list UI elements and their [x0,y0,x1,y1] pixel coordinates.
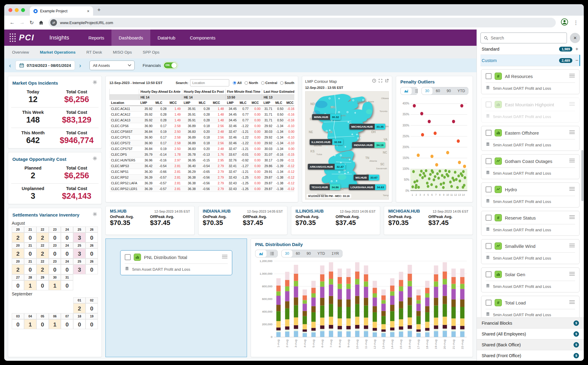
period-button-30[interactable]: 30 [282,250,292,257]
list-view-button[interactable] [412,87,418,95]
calendar-day-cell[interactable]: 29 [36,274,49,280]
calendar-variance-cell[interactable]: 0 [49,232,61,242]
table-row[interactable]: CLEC.DPS35.79-0.141.7835.78-0.131.7633.6… [110,152,295,158]
drag-handle-icon[interactable] [569,102,575,107]
calendar-variance-cell[interactable]: 0 [12,319,24,329]
drag-handle-icon[interactable] [569,272,575,277]
calendar-day-cell[interactable]: 22 [36,258,49,264]
calendar-variance-cell[interactable]: 0 [61,232,73,242]
calendar-day-cell[interactable]: 20 [12,258,24,264]
close-window-button[interactable] [8,8,12,12]
table-row[interactable]: CLEC.CPS636.900.172.5836.890.182.5632.46… [110,123,295,129]
map-hub-label[interactable]: ILLINOIS.HUB32.59 [310,139,343,145]
widget-checkbox[interactable] [125,254,131,260]
map-hub-label[interactable]: MINN.HUB30.32 [312,114,341,120]
calendar-variance-cell[interactable]: 1 [24,280,36,290]
widget-card-hydro[interactable]: Hydro5min Asset DART Profit and Loss [481,182,580,207]
calendar-day-cell[interactable]: 01 [73,297,86,303]
penalty-outliers-chart[interactable]: 0%50%100%150%200%250%300%350%400%1234567… [400,96,468,199]
calendar-variance-cell[interactable]: 2 [12,248,24,258]
period-button-90[interactable]: 90 [303,250,314,257]
calendar-day-cell[interactable]: 23 [49,242,61,248]
share-icon[interactable] [385,79,389,84]
tab-market-operations[interactable]: Market Operations [40,50,76,55]
period-button-60[interactable]: 60 [433,87,443,95]
drag-handle-icon[interactable] [569,187,575,192]
group-row-shared-all-employees-[interactable]: Shared (All Employees)9 [477,328,584,339]
section-header-standard[interactable]: Standard1,989+ [480,43,580,55]
nav-item-reports[interactable]: Reports [81,30,112,46]
calendar-day-cell[interactable]: 27 [12,274,24,280]
calendar-day-cell[interactable]: 31 [61,274,73,280]
address-field[interactable]: ⇄ www.ExampleProjectURL.com [48,18,556,27]
back-icon[interactable]: ← [10,20,15,26]
calendar-variance-cell[interactable]: 0 [86,303,98,313]
close-panel-button[interactable]: × [570,33,580,43]
calendar-variance-cell[interactable]: 0 [86,319,98,329]
section-header-custom[interactable]: Custom2,489− [480,55,580,66]
widget-card-eastern-offshore[interactable]: Eastern Offshore5min Asset DART Profit a… [481,126,580,151]
table-row[interactable]: CLEC.ACA1135.920.281.4935.910.281.4834.4… [110,106,295,112]
calendar-variance-cell[interactable]: 0 [49,248,61,258]
drag-handle-icon[interactable] [222,254,228,260]
widget-checkbox[interactable] [486,130,492,136]
date-next-icon[interactable]: › [78,62,83,69]
widget-drop-zone[interactable]: PNL Distribution Total 5min Asset DART P… [105,239,247,357]
calendar-day-cell[interactable]: 21 [24,242,36,248]
calendar-variance-cell[interactable]: 0 [36,319,49,329]
sidebar-scrollbar[interactable] [581,150,583,201]
table-row[interactable]: CLEC.NPS136.30-0.662.8136.29-0.652.7932.… [110,169,295,175]
calendar-day-cell[interactable]: 26 [86,258,98,264]
fullscreen-icon[interactable] [378,79,383,84]
minimize-window-button[interactable] [15,8,19,12]
calendar-variance-cell[interactable]: 0 [61,248,73,258]
calendar-day-cell[interactable]: 30 [49,274,61,280]
table-row[interactable]: CLEC.ACA1235.920.281.4935.910.281.4834.4… [110,112,295,117]
calendar-variance-cell[interactable]: 0 [73,319,86,329]
period-button-ytd[interactable]: YTD [314,250,328,257]
calendar-day-cell[interactable]: 25 [73,242,86,248]
widget-checkbox[interactable] [486,186,492,192]
asset-select[interactable]: All Assets [89,61,135,70]
calendar-variance-cell[interactable]: 2 [12,232,24,242]
pci-logo[interactable]: PCI [4,30,42,46]
widget-card-solar-gen[interactable]: Solar Gen5min Asset DART Profit and Loss [481,267,580,292]
drag-handle-icon[interactable] [569,215,575,220]
calendar-variance-cell[interactable]: 0 [12,280,24,290]
calendar-variance-cell[interactable]: 0 [61,319,73,329]
table-row[interactable]: CLEC.CPS7236.900.172.5836.890.182.5632.4… [110,140,295,146]
forward-icon[interactable]: → [20,20,25,26]
reload-icon[interactable]: ↻ [30,20,34,26]
widget-checkbox[interactable] [486,158,492,164]
map-hub-label[interactable]: INDIANA.HUB34.19 [352,142,386,148]
financials-toggle[interactable]: ON [163,62,178,69]
map-hub-label[interactable]: ARKANSAS.HUB32.47 [308,164,346,170]
drag-handle-icon[interactable] [569,73,575,79]
widget-checkbox[interactable] [486,271,492,277]
calendar-day-cell[interactable]: 23 [49,226,61,232]
tab-miso-ops[interactable]: MISO Ops [113,50,132,55]
table-row[interactable]: CLEC.HUNTER536.96-0.162.9736.95-0.152.95… [110,158,295,163]
tab-spp-ops[interactable]: SPP Ops [143,50,159,55]
table-row[interactable]: CLEC.CPS7136.900.172.5836.890.182.5632.4… [110,135,295,140]
calendar-day-cell[interactable]: 22 [36,242,49,248]
browser-menu-icon[interactable]: ⋮ [573,20,578,26]
calendar-variance-cell[interactable]: 0 [86,248,98,258]
pnl-daily-chart[interactable]: 0200,000400,000600,000800,0001,000,0001,… [255,259,468,354]
period-button-ytd[interactable]: YTD [454,87,468,95]
calendar-variance-cell[interactable]: 2 [36,232,49,242]
date-range-picker[interactable]: 07/24/2023 - 08/01/2024 [15,61,75,70]
history-clock-icon[interactable] [372,79,376,84]
widget-card-all-resources[interactable]: #All Resources5min Asset DART Profit and… [481,69,580,94]
widget-checkbox[interactable] [486,73,492,79]
calendar-day-cell[interactable]: 07 [61,313,73,319]
calendar-day-cell[interactable]: 03 [12,313,24,319]
calendar-variance-cell[interactable]: 0 [24,232,36,242]
gear-icon[interactable] [92,80,97,86]
calendar-day-cell[interactable]: 21 [24,258,36,264]
calendar-day-cell[interactable]: 25 [73,226,86,232]
calendar-variance-cell[interactable]: 0 [24,248,36,258]
calendar-variance-cell[interactable]: 2 [12,264,24,274]
calendar-day-cell[interactable]: 05 [36,313,49,319]
drag-handle-icon[interactable] [569,243,575,249]
